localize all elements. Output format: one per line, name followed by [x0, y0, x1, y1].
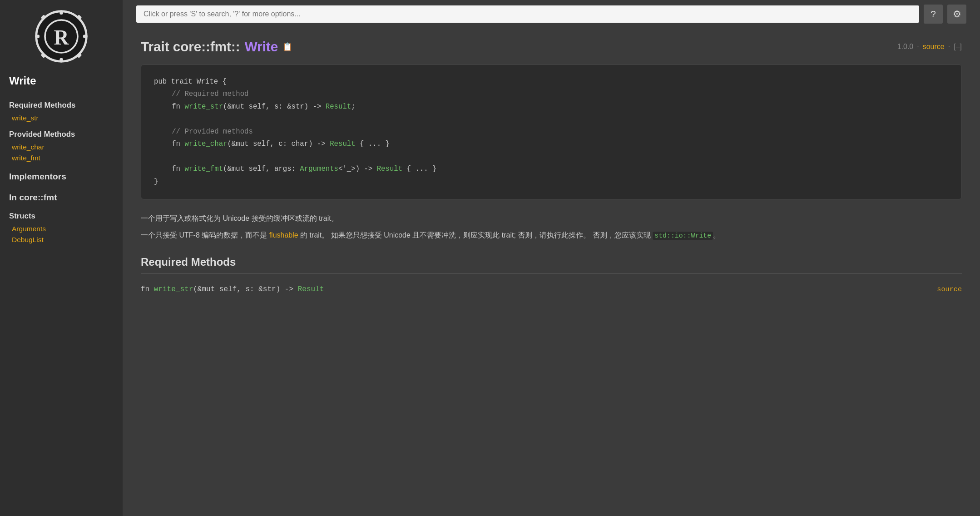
sidebar: R Write Required Methods write_str Provi… — [0, 0, 123, 516]
code-line-2: // Required method — [154, 88, 949, 100]
settings-button[interactable]: ⚙ — [947, 5, 966, 24]
copy-icon[interactable]: 📋 — [282, 42, 292, 52]
page-title: Trait core::fmt::Write 📋 — [141, 39, 292, 55]
version-label: 1.0.0 — [897, 43, 914, 51]
section-divider — [141, 273, 962, 273]
sidebar-title: Write — [0, 71, 123, 94]
trait-name: Write — [245, 39, 278, 55]
sidebar-link-debuglist[interactable]: DebugList — [0, 234, 123, 245]
code-line-7 — [154, 151, 949, 163]
page-title-row: Trait core::fmt::Write 📋 1.0.0 · source … — [141, 39, 962, 55]
desc2-middle: 的 trait。 如果您只想接受 Unicode 且不需要冲洗，则应实现此 tr… — [298, 231, 653, 239]
sidebar-section-provided-methods: Provided Methods — [0, 124, 123, 142]
desc2-code: std::io::Write — [653, 232, 713, 240]
svg-rect-1 — [59, 10, 63, 15]
trait-code-block: pub trait Write { // Required method fn … — [141, 64, 962, 199]
required-methods-header: Required Methods — [141, 256, 962, 268]
desc2-before: 一个只接受 UTF-8 编码的数据，而不是 — [141, 231, 269, 239]
main-content: ? ⚙ Trait core::fmt::Write 📋 1.0.0 · sou… — [123, 0, 980, 516]
method-write-str-sig: fn write_str(&mut self, s: &str) -> Resu… — [141, 283, 962, 295]
desc2-after: 。 — [713, 231, 720, 239]
page-title-meta: 1.0.0 · source · [–] — [897, 43, 962, 51]
sidebar-section-in-core-fmt: In core::fmt — [0, 184, 123, 205]
sidebar-link-write-str[interactable]: write_str — [0, 113, 123, 124]
help-button[interactable]: ? — [924, 5, 943, 24]
code-line-1: pub trait Write { — [154, 76, 949, 88]
method-sig-text: fn write_str(&mut self, s: &str) -> Resu… — [141, 285, 324, 293]
sidebar-section-implementors: Implementors — [0, 164, 123, 184]
code-line-8: fn write_fmt(&mut self, args: Arguments<… — [154, 163, 949, 175]
svg-text:R: R — [54, 26, 69, 49]
content-area: Trait core::fmt::Write 📋 1.0.0 · source … — [123, 28, 980, 313]
code-line-3: fn write_str(&mut self, s: &str) -> Resu… — [154, 101, 949, 113]
code-line-5: // Provided methods — [154, 126, 949, 138]
logo-area: R — [0, 0, 123, 71]
method-fn-name: write_str — [154, 285, 193, 293]
code-line-6: fn write_char(&mut self, c: char) -> Res… — [154, 138, 949, 150]
sidebar-link-arguments[interactable]: Arguments — [0, 223, 123, 234]
topbar: ? ⚙ — [123, 0, 980, 28]
code-line-4 — [154, 113, 949, 125]
search-input[interactable] — [136, 5, 919, 23]
code-line-9: } — [154, 176, 949, 188]
source-link[interactable]: source — [923, 43, 945, 51]
collapse-button[interactable]: [–] — [954, 43, 962, 51]
description-2: 一个只接受 UTF-8 编码的数据，而不是 flushable 的 trait。… — [141, 229, 962, 242]
sidebar-link-write-fmt[interactable]: write_fmt — [0, 153, 123, 164]
sidebar-link-write-char[interactable]: write_char — [0, 142, 123, 153]
sidebar-section-required-methods: Required Methods — [0, 94, 123, 113]
svg-rect-2 — [59, 58, 63, 63]
svg-rect-4 — [83, 35, 88, 38]
svg-rect-3 — [35, 35, 40, 38]
rust-logo: R — [34, 9, 89, 64]
sidebar-section-structs: Structs — [0, 205, 123, 223]
desc2-highlight: flushable — [269, 231, 298, 239]
method-source-link[interactable]: source — [937, 285, 962, 293]
description-1: 一个用于写入或格式化为 Unicode 接受的缓冲区或流的 trait。 — [141, 212, 962, 224]
trait-prefix: Trait core::fmt:: — [141, 39, 240, 55]
